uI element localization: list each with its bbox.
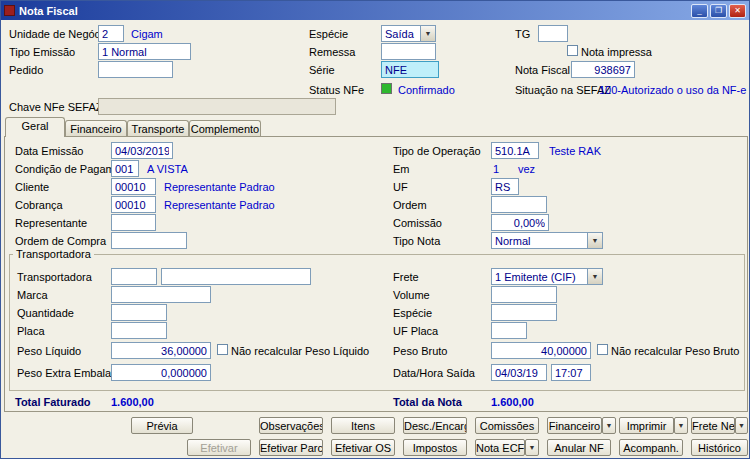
tab-geral[interactable]: Geral: [5, 117, 65, 137]
sefaz-label: Situação na SEFAZ: [515, 84, 611, 96]
ordem-label: Ordem: [393, 199, 427, 211]
nota-fiscal-window: Nota Fiscal _ ❐ ✕ Unidade de Negócio Cig…: [0, 0, 750, 459]
total-faturado-value: 1.600,00: [111, 396, 154, 408]
tab-financeiro[interactable]: Financeiro: [65, 120, 127, 136]
app-icon: [4, 5, 15, 16]
tipo-nota-select[interactable]: Normal ▼: [491, 232, 603, 249]
data-emissao-input[interactable]: [111, 142, 173, 159]
imprimir-dropdown-arrow-icon[interactable]: ▼: [674, 417, 688, 434]
tab-complemento[interactable]: Complemento: [189, 120, 261, 136]
nao-recalcular-peso-bruto-label: Não recalcular Peso Bruto: [611, 345, 739, 357]
desc-encargos-button[interactable]: Desc./Encargos: [403, 417, 467, 434]
serie-input[interactable]: [381, 61, 439, 78]
cobranca-desc: Representante Padrao: [164, 199, 275, 211]
ordem-input[interactable]: [491, 196, 547, 213]
efetivar-button: Efetivar: [187, 439, 251, 456]
comissoes-button[interactable]: Comissões: [475, 417, 539, 434]
condicao-pagamento-input[interactable]: [111, 160, 139, 177]
peso-liquido-input[interactable]: [111, 342, 211, 359]
chave-nfe-label: Chave NFe SEFAZ: [9, 101, 103, 113]
historico-button[interactable]: Histórico: [691, 439, 748, 456]
window-title: Nota Fiscal: [19, 5, 689, 17]
frete-label: Frete: [393, 271, 419, 283]
frete-neg-dropdown-arrow-icon[interactable]: ▼: [735, 417, 748, 434]
imprimir-button[interactable]: Imprimir: [619, 417, 674, 434]
comissao-input[interactable]: [491, 214, 549, 231]
tipo-operacao-input[interactable]: [491, 142, 539, 159]
tipo-operacao-desc: Teste RAK: [549, 145, 601, 157]
sefaz-value: 100-Autorizado o uso da NF-e: [599, 84, 746, 96]
representante-input[interactable]: [111, 214, 156, 231]
chevron-down-icon[interactable]: ▼: [420, 26, 435, 41]
volume-input[interactable]: [491, 286, 557, 303]
uf-label: UF: [393, 181, 408, 193]
data-saida-input[interactable]: [491, 364, 547, 381]
itens-button[interactable]: Itens: [331, 417, 395, 434]
close-button[interactable]: ✕: [729, 4, 746, 18]
previa-button[interactable]: Prévia: [131, 417, 193, 434]
nota-ecf-button[interactable]: Nota ECF: [475, 439, 525, 456]
uf-input[interactable]: [491, 178, 519, 195]
placa-input[interactable]: [111, 322, 167, 339]
tg-label: TG: [515, 28, 530, 40]
acompanh-button[interactable]: Acompanh.: [619, 439, 683, 456]
uf-placa-input[interactable]: [491, 322, 527, 339]
status-confirmed-indicator: [381, 83, 392, 94]
especie-transporte-input[interactable]: [491, 304, 557, 321]
tg-input[interactable]: [538, 25, 568, 42]
nota-impressa-label: Nota impressa: [581, 46, 652, 58]
nao-recalcular-peso-liquido-label: Não recalcular Peso Líquido: [231, 345, 369, 357]
cobranca-input[interactable]: [111, 196, 156, 213]
data-hora-saida-label: Data/Hora Saída: [393, 367, 475, 379]
minimize-button[interactable]: _: [691, 4, 708, 18]
remessa-input[interactable]: [381, 43, 436, 60]
tab-transporte[interactable]: Transporte: [127, 120, 189, 136]
total-faturado-label: Total Faturado: [15, 396, 91, 408]
financeiro-button[interactable]: Financeiro: [547, 417, 602, 434]
efetivar-os-button[interactable]: Efetivar OS: [331, 439, 395, 456]
frete-select[interactable]: 1 Emitente (CIF) ▼: [491, 268, 603, 285]
nota-ecf-dropdown-arrow-icon[interactable]: ▼: [525, 439, 539, 456]
marca-input[interactable]: [111, 286, 211, 303]
frete-neg-button[interactable]: Frete Neg.: [691, 417, 735, 434]
nao-recalcular-peso-bruto-checkbox[interactable]: [597, 344, 608, 355]
chevron-down-icon[interactable]: ▼: [587, 233, 602, 248]
tipo-emissao-label: Tipo Emissão: [9, 46, 75, 58]
total-da-nota-value: 1.600,00: [491, 396, 534, 408]
remessa-label: Remessa: [309, 46, 355, 58]
peso-bruto-input[interactable]: [491, 342, 591, 359]
serie-label: Série: [309, 64, 335, 76]
unidade-negocio-desc: Cigam: [131, 28, 163, 40]
transportadora-name-input[interactable]: [161, 268, 311, 285]
cliente-desc: Representante Padrao: [164, 181, 275, 193]
ordem-compra-label: Ordem de Compra: [15, 235, 106, 247]
ordem-compra-input[interactable]: [111, 232, 187, 249]
tipo-emissao-input[interactable]: [98, 43, 191, 60]
impostos-button[interactable]: Impostos: [403, 439, 467, 456]
unidade-negocio-input[interactable]: [98, 25, 124, 42]
chevron-down-icon[interactable]: ▼: [587, 269, 602, 284]
maximize-button[interactable]: ❐: [710, 4, 727, 18]
efetivar-parcial-button[interactable]: Efetivar Parcial: [259, 439, 323, 456]
quantidade-label: Quantidade: [17, 307, 74, 319]
placa-label: Placa: [17, 325, 45, 337]
em-label: Em: [393, 163, 410, 175]
quantidade-input[interactable]: [111, 304, 167, 321]
cliente-label: Cliente: [15, 181, 49, 193]
transportadora-label: Transportadora: [17, 271, 92, 283]
anular-nf-button[interactable]: Anular NF: [547, 439, 611, 456]
nota-impressa-checkbox[interactable]: [567, 45, 578, 56]
representante-label: Representante: [15, 217, 87, 229]
cliente-input[interactable]: [111, 178, 156, 195]
peso-extra-input[interactable]: [111, 364, 211, 381]
observacoes-button[interactable]: Observações: [259, 417, 323, 434]
transportadora-code-input[interactable]: [111, 268, 157, 285]
hora-saida-input[interactable]: [551, 364, 591, 381]
pedido-input[interactable]: [98, 61, 173, 78]
nao-recalcular-peso-liquido-checkbox[interactable]: [217, 344, 228, 355]
especie-select[interactable]: Saída ▼: [381, 25, 436, 42]
financeiro-dropdown-arrow-icon[interactable]: ▼: [602, 417, 616, 434]
tipo-operacao-label: Tipo de Operação: [393, 145, 481, 157]
nota-fiscal-input[interactable]: [571, 61, 635, 78]
transportadora-group-label: Transportadora: [13, 248, 94, 260]
